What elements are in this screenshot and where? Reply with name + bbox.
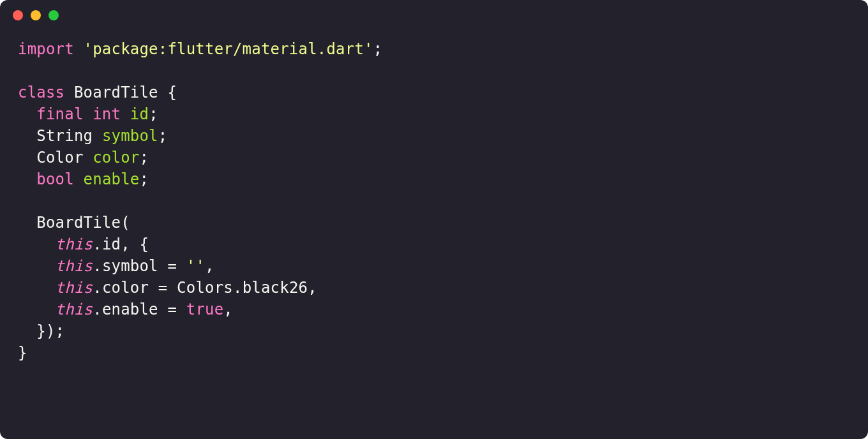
code-token-prop: enable <box>102 301 158 318</box>
code-token-keyword: int <box>93 105 121 123</box>
code-line: Color color; <box>18 147 850 168</box>
window-minimize-button[interactable] <box>31 10 41 20</box>
code-token-punct: ( <box>121 214 130 232</box>
window-close-button[interactable] <box>13 10 23 20</box>
code-token-punct <box>18 235 56 253</box>
code-token-prop: color <box>102 279 149 297</box>
editor-window: import 'package:flutter/material.dart'; … <box>0 0 868 439</box>
code-token-punct: , <box>308 279 317 297</box>
code-token-punct: = <box>158 257 186 275</box>
code-token-punct <box>93 127 102 145</box>
code-token-punct <box>18 170 36 188</box>
code-editor[interactable]: import 'package:flutter/material.dart'; … <box>0 31 868 439</box>
code-token-punct <box>18 257 56 275</box>
code-line: this.color = Colors.black26, <box>18 277 850 299</box>
code-token-ident: color <box>93 149 139 167</box>
code-token-punct: { <box>158 84 177 101</box>
code-line: String symbol; <box>18 125 850 147</box>
code-line: this.enable = true, <box>18 299 850 320</box>
code-token-classname: BoardTile <box>36 214 121 232</box>
code-token-punct <box>74 40 84 58</box>
code-token-keyword: final <box>36 105 83 123</box>
code-line <box>18 60 850 82</box>
code-line: class BoardTile { <box>18 82 850 103</box>
code-token-string: 'package:flutter/material.dart' <box>84 40 373 58</box>
code-token-punct: = <box>149 279 177 297</box>
code-token-punct: . <box>93 257 102 275</box>
code-line: } <box>18 342 850 364</box>
code-token-punct: ; <box>158 127 168 145</box>
code-token-punct <box>84 149 93 167</box>
code-line: this.symbol = '', <box>18 255 850 277</box>
code-line: this.id, { <box>18 234 850 255</box>
code-token-keyword: true <box>186 301 224 318</box>
code-token-classname: BoardTile <box>74 84 158 101</box>
code-token-punct: ; <box>139 149 149 167</box>
code-token-punct: = <box>158 301 186 318</box>
code-token-prop: black26 <box>243 279 308 297</box>
code-token-ident: id <box>130 105 149 123</box>
code-token-ident: enable <box>84 170 140 188</box>
window-titlebar <box>0 0 868 31</box>
code-token-punct: . <box>93 279 102 297</box>
code-token-punct: . <box>93 301 102 318</box>
code-token-punct: , { <box>121 235 149 253</box>
code-token-type: Color <box>36 149 83 167</box>
code-token-this: this <box>56 257 93 275</box>
code-line: BoardTile( <box>18 212 850 234</box>
code-token-punct <box>18 301 56 318</box>
code-token-prop: symbol <box>102 257 158 275</box>
code-token-this: this <box>56 279 93 297</box>
code-line <box>18 190 850 212</box>
code-token-this: this <box>56 301 93 318</box>
code-token-punct <box>84 105 93 123</box>
code-line: bool enable; <box>18 168 850 190</box>
code-token-punct: }); <box>18 322 64 340</box>
code-token-punct: ; <box>373 40 383 58</box>
code-token-this: this <box>56 235 93 253</box>
code-token-punct <box>18 214 36 232</box>
code-line: import 'package:flutter/material.dart'; <box>18 38 850 60</box>
code-token-keyword: class <box>18 84 64 101</box>
code-token-type: String <box>36 127 93 145</box>
code-token-punct: ; <box>149 105 158 123</box>
window-maximize-button[interactable] <box>49 10 59 20</box>
code-token-punct: } <box>18 344 27 362</box>
code-token-const: Colors <box>177 279 233 297</box>
code-token-keyword: import <box>18 40 74 58</box>
code-token-punct <box>121 105 130 123</box>
code-token-punct <box>18 279 56 297</box>
code-token-punct <box>18 127 36 145</box>
code-token-punct <box>18 149 36 167</box>
code-token-punct: , <box>205 257 214 275</box>
code-token-keyword: bool <box>36 170 74 188</box>
code-token-punct: ; <box>139 170 149 188</box>
code-token-punct <box>74 170 84 188</box>
code-line: }); <box>18 320 850 342</box>
code-line: final int id; <box>18 103 850 125</box>
code-token-punct <box>18 105 36 123</box>
code-token-punct: . <box>93 235 102 253</box>
code-token-ident: symbol <box>102 127 158 145</box>
code-token-punct: , <box>223 301 233 318</box>
code-token-prop: id <box>102 235 121 253</box>
code-token-punct <box>64 84 74 101</box>
code-token-punct: . <box>233 279 243 297</box>
code-token-string: '' <box>186 257 205 275</box>
